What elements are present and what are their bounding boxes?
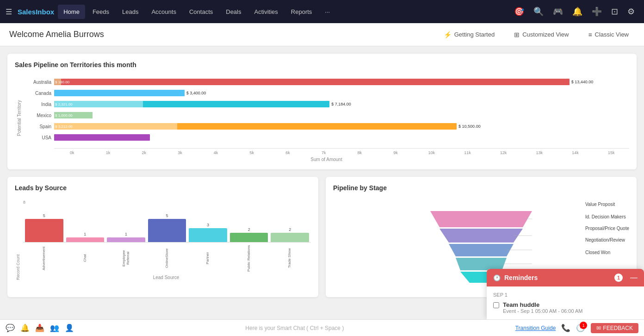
svg-marker-0 <box>430 211 532 227</box>
funnel-labels: Value Proposit Id. Decision Makers Propo… <box>585 202 629 255</box>
funnel-label-2: Id. Decision Makers <box>585 214 629 219</box>
leads-bar-count: 2 <box>289 227 291 232</box>
svg-marker-2 <box>449 244 514 256</box>
pipeline-bar: $ 180.00$ 13,440.00 <box>54 79 570 85</box>
leads-bar-fill <box>107 237 145 242</box>
reminder-date-label: SEP 1 <box>493 292 638 298</box>
nav-item-accounts[interactable]: Accounts <box>146 5 181 19</box>
nav-item-reports[interactable]: Reports <box>285 5 318 19</box>
leads-bar-count: 2 <box>248 227 250 232</box>
nav-item-more[interactable]: ··· <box>319 5 335 19</box>
brand-logo[interactable]: SalesInbox <box>18 8 54 16</box>
leads-bar-fill <box>189 228 227 242</box>
leads-bar-label: Chat <box>66 244 105 272</box>
leads-bar-item: 2 <box>271 227 309 242</box>
leads-bar-label: Advertisement <box>25 244 63 272</box>
flag-icon[interactable]: 🎯 <box>510 5 528 19</box>
pipeline-bar-label: Mexico <box>24 113 51 118</box>
classic-view-button[interactable]: ≡ Classic View <box>582 28 635 42</box>
pipeline-bar-label: Australia <box>24 80 51 85</box>
reminder-count-badge: 1 <box>614 274 623 282</box>
sales-pipeline-title: Sales Pipeline on Territories this month <box>15 61 629 68</box>
funnel-label-1: Value Proposit <box>585 202 629 207</box>
leads-chart-title: Leads by Source <box>15 184 311 192</box>
nav-item-feeds[interactable]: Feeds <box>87 5 115 19</box>
pipeline-sub-bar: $ 1,000.00 <box>54 112 93 118</box>
pipeline-bar-row: Australia$ 180.00$ 13,440.00 <box>24 78 629 86</box>
reminder-body: SEP 1 Team huddle Event - Sep 1 05:00 AM… <box>487 286 644 319</box>
leads-bar-item: 2 <box>230 227 268 242</box>
leads-bar-label: Partner <box>189 244 227 272</box>
pipeline-y-label: Potential Territory <box>15 74 24 162</box>
leads-bar-count: 5 <box>43 213 45 218</box>
search-icon[interactable]: 🔍 <box>530 5 547 19</box>
grid-icon[interactable]: ⊡ <box>607 5 622 19</box>
svg-marker-3 <box>456 258 507 270</box>
pipeline-bar-value: $ 13,440.00 <box>571 80 594 84</box>
leads-by-source-card: Leads by Source Record Count 8 5115322Ad… <box>7 177 318 297</box>
leads-labels-row: AdvertisementChatEmployee ReferralOnline… <box>23 243 311 272</box>
pipeline-bar-value: $ 3,400.00 <box>186 91 206 95</box>
pipeline-bar-row: Mexico$ 1,000.00 <box>24 111 629 119</box>
funnel-label-3: Proposal/Price Quote <box>585 226 629 231</box>
pipeline-bar: $ 3,212.00$ 10,500.00 <box>54 123 457 130</box>
clock-icon: 🕐 <box>493 274 501 281</box>
pipeline-bar-row: USA <box>24 133 629 142</box>
pipeline-bar-row: Spain$ 3,212.00$ 10,500.00 <box>24 122 629 131</box>
sales-pipeline-card: Sales Pipeline on Territories this month… <box>7 54 637 169</box>
pipeline-sub-bar: $ 2,321.00 <box>54 101 143 107</box>
nav-item-leads[interactable]: Leads <box>117 5 144 19</box>
nav-item-contacts[interactable]: Contacts <box>184 5 218 19</box>
leads-bar-count: 5 <box>166 213 168 218</box>
nav-item-activities[interactable]: Activities <box>249 5 284 19</box>
leads-bar-count: 1 <box>84 232 86 236</box>
leads-bar-label: Trade Show <box>271 244 309 272</box>
reminder-checkbox[interactable] <box>493 302 499 308</box>
plus-icon[interactable]: ➕ <box>588 5 606 19</box>
leads-bar-label: OnlineStore <box>148 244 186 272</box>
leads-bar-item: 1 <box>66 232 105 242</box>
top-navigation: ☰ SalesInbox Home Feeds Leads Accounts C… <box>0 0 644 23</box>
leads-bar-item: 5 <box>25 213 63 242</box>
pipeline-bar-label: Canada <box>24 91 51 96</box>
pipeline-bar-label: Spain <box>24 124 51 129</box>
funnel-label-5: Closed Won <box>585 250 629 255</box>
leads-bar-item: 5 <box>148 213 186 242</box>
pipeline-x-axis: 0k 1k 2k 3k 4k 5k 6k 7k 8k 9k 10k 11k 12… <box>54 148 629 155</box>
leads-bar-label: Public Relations <box>230 244 268 272</box>
settings-icon[interactable]: ⚙ <box>624 5 638 19</box>
leads-bar-item: 3 <box>189 223 227 242</box>
reminder-header: 🕐 Reminders 1 — <box>487 269 644 286</box>
pipeline-sub-bar: $ 3,212.00 <box>54 123 177 130</box>
pipeline-bar-row: Canada$ 3,400.00 <box>24 89 629 97</box>
leads-bar-fill <box>271 233 309 242</box>
getting-started-button[interactable]: ⚡ Getting Started <box>438 28 501 42</box>
nav-item-home[interactable]: Home <box>58 5 85 19</box>
leads-y-label: Record Count <box>15 197 21 280</box>
pipeline-bar: $ 2,321.00$ 7,184.00 <box>54 101 329 107</box>
customized-view-button[interactable]: ⊞ Customized View <box>508 28 575 42</box>
leads-bar-fill <box>230 233 268 242</box>
reminder-event-title: Team huddle <box>503 301 582 308</box>
reminder-minimize-button[interactable]: — <box>630 274 638 282</box>
bell-icon[interactable]: 🔔 <box>569 5 586 19</box>
svg-marker-1 <box>440 229 523 243</box>
leads-bar-item: 1 <box>107 232 145 242</box>
pipeline-stage-title: Pipeline by Stage <box>333 184 629 192</box>
leads-bar-fill <box>25 219 63 242</box>
reminder-title: Reminders <box>504 274 611 281</box>
controller-icon[interactable]: 🎮 <box>549 5 567 19</box>
leads-bars-row: 5115322 <box>23 205 311 243</box>
leads-bar-fill <box>148 219 186 242</box>
pipeline-bar-label: USA <box>24 135 51 140</box>
lightning-icon: ⚡ <box>444 31 452 38</box>
pipeline-bar-value: $ 10,500.00 <box>458 124 481 129</box>
pipeline-bar-row: India$ 2,321.00$ 7,184.00 <box>24 100 629 108</box>
pipeline-bar: $ 3,400.00 <box>54 90 185 96</box>
leads-bar-count: 1 <box>125 232 127 236</box>
reminder-event-info: Team huddle Event - Sep 1 05:00 AM - 06:… <box>503 301 582 314</box>
pipeline-bar-label: India <box>24 102 51 107</box>
grid-view-icon: ⊞ <box>514 31 520 38</box>
nav-item-deals[interactable]: Deals <box>220 5 247 19</box>
menu-icon[interactable]: ☰ <box>6 7 12 16</box>
